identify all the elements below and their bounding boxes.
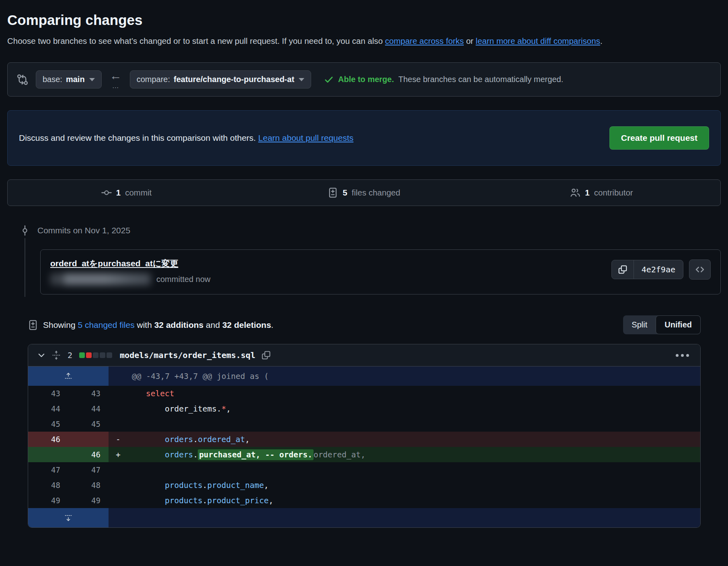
chevron-down-icon[interactable] [37, 351, 46, 360]
line-number-new[interactable] [68, 432, 109, 447]
commit-meta: committed now [50, 273, 211, 285]
commit-author-blurred[interactable] [50, 273, 151, 285]
git-commit-icon [101, 187, 112, 198]
commit-sha-button: 4e2f9ae [611, 260, 683, 279]
unified-view-button[interactable]: Unified [656, 315, 701, 334]
code-line: orders.purchased_at, -- orders.ordered_a… [127, 447, 700, 462]
comparison-stats-bar: 1 commit 5 files changed 1 [7, 179, 721, 206]
line-number-old[interactable]: 48 [28, 477, 68, 493]
tab-contributors[interactable]: 1 contributor [483, 180, 720, 206]
hunk-spacer [109, 508, 700, 527]
diff-line-add: 46+ orders.purchased_at, -- orders.order… [28, 447, 700, 462]
file-diff-icon [328, 187, 338, 198]
contributor-count: 1 [585, 188, 589, 198]
code-line: orders.ordered_at, [127, 432, 700, 447]
banner-message: Discuss and review the changes in this c… [19, 133, 258, 142]
diffstat-block-neutral [93, 352, 98, 358]
banner-text: Discuss and review the changes in this c… [19, 133, 353, 143]
line-number-new[interactable]: 45 [68, 416, 109, 432]
diff-marker [109, 477, 127, 493]
merge-status-text: Able to merge. [338, 75, 394, 84]
diff-marker: - [109, 432, 127, 447]
copy-path-icon[interactable] [261, 350, 271, 360]
diff-summary-text: Showing 5 changed files with 32 addition… [43, 320, 273, 330]
diff-line-ctx: 4444 order_items.*, [28, 401, 700, 416]
commit-title-link[interactable]: orderd_atをpurchased_atに変更 [50, 258, 178, 269]
git-compare-icon [16, 74, 29, 86]
page-description: Choose two branches to see what’s change… [7, 34, 622, 48]
split-view-button[interactable]: Split [623, 315, 656, 334]
create-pull-request-button[interactable]: Create pull request [609, 126, 709, 150]
diff-line-del: 46- orders.ordered_at, [28, 432, 700, 447]
browse-code-button[interactable] [689, 259, 711, 280]
line-number-new[interactable]: 44 [68, 401, 109, 416]
line-number-old[interactable]: 46 [28, 432, 68, 447]
expand-up-button[interactable] [28, 366, 109, 386]
code-line: order_items.*, [127, 401, 700, 416]
commits-heading: Commits on Nov 1, 2025 [7, 223, 721, 238]
line-number-old[interactable]: 49 [28, 493, 68, 508]
page-title: Comparing changes [7, 12, 721, 28]
learn-more-diff-link[interactable]: learn more about diff comparisons [476, 36, 600, 45]
hunk-header: @@ -43,7 +43,7 @@ joined as ( [109, 366, 700, 386]
merge-status-detail: These branches can be automatically merg… [398, 75, 563, 84]
line-number-old[interactable]: 43 [28, 386, 68, 401]
merge-status: Able to merge. These branches can be aut… [324, 75, 563, 84]
diff-expand-up-row: @@ -43,7 +43,7 @@ joined as ( [28, 366, 700, 386]
code-line [127, 416, 700, 432]
diff-table: @@ -43,7 +43,7 @@ joined as (4343 select… [28, 366, 700, 527]
commit-node-icon [20, 223, 30, 238]
files-changed-label: files changed [352, 188, 400, 198]
commits-section: Commits on Nov 1, 2025 orderd_atをpurchas… [7, 223, 721, 294]
branch-selection-bar: base:main ←… compare:feature/change-to-p… [7, 62, 721, 97]
diff-line-ctx: 4343 select [28, 386, 700, 401]
expand-down-button[interactable] [28, 508, 109, 527]
code-line: select [127, 386, 700, 401]
diff-line-ctx: 4949 products.product_price, [28, 493, 700, 508]
changed-files-link[interactable]: 5 changed files [78, 320, 134, 329]
diffstat-blocks [79, 352, 112, 358]
compare-branch-label: compare: [137, 75, 170, 84]
copy-icon [618, 265, 628, 274]
base-branch-label: base: [43, 75, 62, 84]
diff-expand-down-row [28, 508, 700, 527]
line-number-new[interactable]: 46 [68, 447, 109, 462]
commit-card: orderd_atをpurchased_atに変更 committed now … [40, 249, 721, 294]
line-number-old[interactable]: 45 [28, 416, 68, 432]
line-number-old[interactable]: 47 [28, 462, 68, 477]
file-change-count: 2 [68, 350, 72, 360]
commit-sha[interactable]: 4e2f9ae [634, 260, 683, 279]
diff-marker [109, 416, 127, 432]
description-text-2: or [464, 36, 476, 45]
files-changed-count: 5 [342, 188, 347, 198]
compare-across-forks-link[interactable]: compare across forks [385, 36, 464, 45]
line-number-old[interactable] [28, 447, 68, 462]
diffstat-block-neutral [100, 352, 105, 358]
line-number-new[interactable]: 43 [68, 386, 109, 401]
commit-info: orderd_atをpurchased_atに変更 committed now [50, 258, 211, 285]
diffstat-block-green [79, 352, 85, 358]
line-number-new[interactable]: 49 [68, 493, 109, 508]
code-icon [695, 264, 705, 275]
line-number-old[interactable]: 44 [28, 401, 68, 416]
caret-down-icon [299, 78, 304, 81]
commit-count: 1 [116, 188, 121, 198]
file-header: 2 models/marts/order_items.sql [28, 344, 700, 366]
grabber-icon[interactable] [52, 350, 61, 360]
learn-about-pull-requests-link[interactable]: Learn about pull requests [258, 133, 353, 142]
line-number-new[interactable]: 48 [68, 477, 109, 493]
compare-branch-dropdown[interactable]: compare:feature/change-to-purchased-at [130, 70, 311, 89]
contributor-label: contributor [594, 188, 633, 198]
diff-line-ctx: 4545 [28, 416, 700, 432]
copy-sha-button[interactable] [612, 260, 634, 279]
file-options-kebab-button[interactable] [673, 352, 691, 359]
file-name: models/marts/order_items.sql [120, 350, 255, 360]
tab-files-changed[interactable]: 5 files changed [245, 180, 483, 206]
pull-request-banner: Discuss and review the changes in this c… [7, 110, 721, 166]
base-branch-dropdown[interactable]: base:main [36, 70, 102, 89]
tab-commits[interactable]: 1 commit [8, 180, 245, 206]
line-number-new[interactable]: 47 [68, 462, 109, 477]
diff-summary: Showing 5 changed files with 32 addition… [28, 320, 273, 330]
diff-line-ctx: 4747 [28, 462, 700, 477]
code-line [127, 462, 700, 477]
